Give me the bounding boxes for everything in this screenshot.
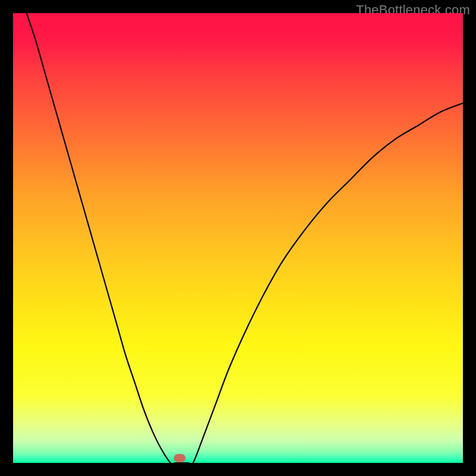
optimum-point-marker bbox=[174, 454, 186, 462]
chart-frame: TheBottleneck.com bbox=[0, 0, 476, 476]
plot-area bbox=[13, 13, 463, 463]
bottleneck-curve bbox=[13, 13, 463, 463]
